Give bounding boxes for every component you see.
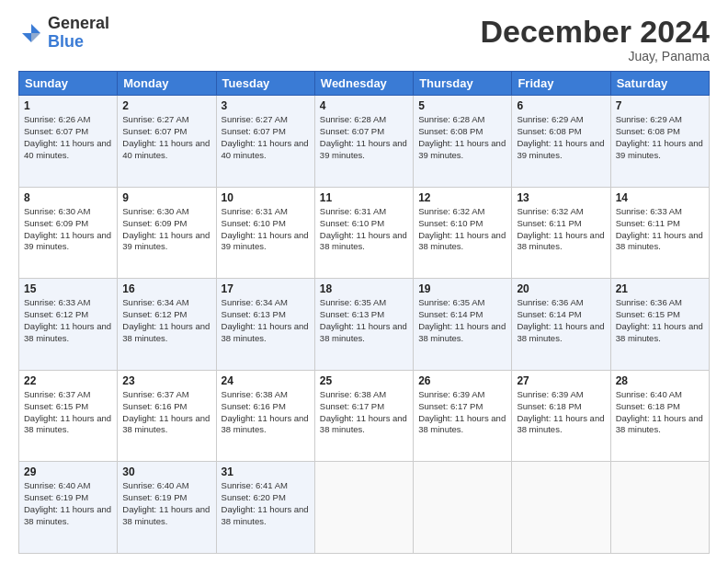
day-info: Sunrise: 6:29 AMSunset: 6:08 PMDaylight:…: [517, 114, 604, 159]
day-number: 23: [122, 374, 210, 387]
day-info: Sunrise: 6:27 AMSunset: 6:07 PMDaylight:…: [122, 114, 210, 159]
day-info: Sunrise: 6:32 AMSunset: 6:10 PMDaylight:…: [418, 206, 506, 251]
day-number: 30: [122, 465, 210, 478]
day-number: 26: [418, 374, 506, 387]
calendar-day-cell: 5Sunrise: 6:28 AMSunset: 6:08 PMDaylight…: [414, 96, 512, 188]
calendar-day-cell: 4Sunrise: 6:28 AMSunset: 6:07 PMDaylight…: [314, 96, 413, 188]
calendar-day-cell: 23Sunrise: 6:37 AMSunset: 6:16 PMDayligh…: [118, 370, 216, 462]
svg-marker-2: [31, 33, 40, 42]
day-number: 22: [24, 374, 112, 387]
day-number: 28: [616, 374, 704, 387]
svg-marker-0: [31, 24, 40, 33]
logo-icon: [18, 20, 44, 46]
day-info: Sunrise: 6:36 AMSunset: 6:15 PMDaylight:…: [616, 297, 703, 342]
calendar-day-cell: 10Sunrise: 6:31 AMSunset: 6:10 PMDayligh…: [216, 187, 314, 279]
day-number: 17: [222, 282, 310, 295]
day-number: 31: [222, 465, 310, 478]
day-number: 14: [616, 191, 704, 204]
day-number: 27: [517, 374, 605, 387]
calendar-week-row: 29Sunrise: 6:40 AMSunset: 6:19 PMDayligh…: [19, 462, 710, 554]
calendar-day-cell: 9Sunrise: 6:30 AMSunset: 6:09 PMDaylight…: [118, 187, 216, 279]
calendar-day-cell: [414, 462, 512, 554]
calendar-day-cell: 13Sunrise: 6:32 AMSunset: 6:11 PMDayligh…: [512, 187, 610, 279]
weekday-header-cell: Sunday: [19, 72, 118, 96]
calendar-table: SundayMondayTuesdayWednesdayThursdayFrid…: [18, 71, 710, 554]
day-info: Sunrise: 6:40 AMSunset: 6:19 PMDaylight:…: [24, 480, 111, 525]
day-info: Sunrise: 6:30 AMSunset: 6:09 PMDaylight:…: [122, 206, 210, 251]
day-info: Sunrise: 6:28 AMSunset: 6:08 PMDaylight:…: [418, 114, 506, 159]
logo-blue: Blue: [48, 33, 109, 52]
calendar-day-cell: 26Sunrise: 6:39 AMSunset: 6:17 PMDayligh…: [414, 370, 512, 462]
svg-marker-1: [22, 33, 31, 42]
day-info: Sunrise: 6:37 AMSunset: 6:16 PMDaylight:…: [122, 389, 210, 434]
calendar-day-cell: 31Sunrise: 6:41 AMSunset: 6:20 PMDayligh…: [216, 462, 314, 554]
day-info: Sunrise: 6:28 AMSunset: 6:07 PMDaylight:…: [320, 114, 407, 159]
weekday-header-row: SundayMondayTuesdayWednesdayThursdayFrid…: [19, 72, 710, 96]
calendar-day-cell: 12Sunrise: 6:32 AMSunset: 6:10 PMDayligh…: [414, 187, 512, 279]
day-info: Sunrise: 6:40 AMSunset: 6:19 PMDaylight:…: [122, 480, 210, 525]
calendar-day-cell: 11Sunrise: 6:31 AMSunset: 6:10 PMDayligh…: [314, 187, 413, 279]
calendar-day-cell: 19Sunrise: 6:35 AMSunset: 6:14 PMDayligh…: [414, 279, 512, 371]
calendar-day-cell: 14Sunrise: 6:33 AMSunset: 6:11 PMDayligh…: [610, 187, 709, 279]
day-info: Sunrise: 6:35 AMSunset: 6:13 PMDaylight:…: [320, 297, 407, 342]
day-number: 25: [320, 374, 408, 387]
day-info: Sunrise: 6:31 AMSunset: 6:10 PMDaylight:…: [222, 206, 309, 251]
day-number: 19: [418, 282, 506, 295]
day-number: 12: [418, 191, 506, 204]
day-info: Sunrise: 6:38 AMSunset: 6:16 PMDaylight:…: [222, 389, 309, 434]
calendar-week-row: 15Sunrise: 6:33 AMSunset: 6:12 PMDayligh…: [19, 279, 710, 371]
day-number: 7: [616, 99, 704, 112]
day-info: Sunrise: 6:29 AMSunset: 6:08 PMDaylight:…: [616, 114, 703, 159]
calendar-day-cell: 28Sunrise: 6:40 AMSunset: 6:18 PMDayligh…: [610, 370, 709, 462]
calendar-day-cell: 18Sunrise: 6:35 AMSunset: 6:13 PMDayligh…: [314, 279, 413, 371]
calendar-week-row: 1Sunrise: 6:26 AMSunset: 6:07 PMDaylight…: [19, 96, 710, 188]
day-number: 13: [517, 191, 605, 204]
header: General Blue December 2024 Juay, Panama: [18, 15, 710, 63]
calendar-week-row: 22Sunrise: 6:37 AMSunset: 6:15 PMDayligh…: [19, 370, 710, 462]
weekday-header-cell: Tuesday: [216, 72, 314, 96]
day-info: Sunrise: 6:39 AMSunset: 6:17 PMDaylight:…: [418, 389, 506, 434]
calendar-week-row: 8Sunrise: 6:30 AMSunset: 6:09 PMDaylight…: [19, 187, 710, 279]
calendar-day-cell: 15Sunrise: 6:33 AMSunset: 6:12 PMDayligh…: [19, 279, 118, 371]
location: Juay, Panama: [480, 49, 710, 63]
day-info: Sunrise: 6:35 AMSunset: 6:14 PMDaylight:…: [418, 297, 506, 342]
day-number: 9: [122, 191, 210, 204]
day-info: Sunrise: 6:39 AMSunset: 6:18 PMDaylight:…: [517, 389, 604, 434]
day-info: Sunrise: 6:38 AMSunset: 6:17 PMDaylight:…: [320, 389, 407, 434]
calendar-day-cell: 7Sunrise: 6:29 AMSunset: 6:08 PMDaylight…: [610, 96, 709, 188]
calendar-day-cell: 17Sunrise: 6:34 AMSunset: 6:13 PMDayligh…: [216, 279, 314, 371]
day-number: 5: [418, 99, 506, 112]
calendar-day-cell: 21Sunrise: 6:36 AMSunset: 6:15 PMDayligh…: [610, 279, 709, 371]
calendar-day-cell: 8Sunrise: 6:30 AMSunset: 6:09 PMDaylight…: [19, 187, 118, 279]
day-info: Sunrise: 6:34 AMSunset: 6:12 PMDaylight:…: [122, 297, 210, 342]
day-number: 10: [222, 191, 310, 204]
calendar-day-cell: 29Sunrise: 6:40 AMSunset: 6:19 PMDayligh…: [19, 462, 118, 554]
calendar-body: 1Sunrise: 6:26 AMSunset: 6:07 PMDaylight…: [19, 96, 710, 554]
day-number: 21: [616, 282, 704, 295]
logo-text: General Blue: [48, 15, 109, 52]
day-info: Sunrise: 6:27 AMSunset: 6:07 PMDaylight:…: [222, 114, 309, 159]
day-info: Sunrise: 6:26 AMSunset: 6:07 PMDaylight:…: [24, 114, 111, 159]
day-number: 20: [517, 282, 605, 295]
day-number: 15: [24, 282, 112, 295]
day-number: 24: [222, 374, 310, 387]
calendar-day-cell: [314, 462, 413, 554]
month-title: December 2024: [480, 15, 710, 49]
day-info: Sunrise: 6:41 AMSunset: 6:20 PMDaylight:…: [222, 480, 309, 525]
calendar-day-cell: [610, 462, 709, 554]
page: General Blue December 2024 Juay, Panama …: [0, 0, 728, 563]
calendar-day-cell: [512, 462, 610, 554]
day-number: 2: [122, 99, 210, 112]
logo-general: General: [48, 15, 109, 33]
day-info: Sunrise: 6:32 AMSunset: 6:11 PMDaylight:…: [517, 206, 604, 251]
calendar-day-cell: 27Sunrise: 6:39 AMSunset: 6:18 PMDayligh…: [512, 370, 610, 462]
weekday-header-cell: Friday: [512, 72, 610, 96]
day-info: Sunrise: 6:40 AMSunset: 6:18 PMDaylight:…: [616, 389, 703, 434]
calendar-day-cell: 3Sunrise: 6:27 AMSunset: 6:07 PMDaylight…: [216, 96, 314, 188]
day-info: Sunrise: 6:30 AMSunset: 6:09 PMDaylight:…: [24, 206, 111, 251]
day-number: 16: [122, 282, 210, 295]
calendar-day-cell: 16Sunrise: 6:34 AMSunset: 6:12 PMDayligh…: [118, 279, 216, 371]
calendar-day-cell: 20Sunrise: 6:36 AMSunset: 6:14 PMDayligh…: [512, 279, 610, 371]
calendar-day-cell: 30Sunrise: 6:40 AMSunset: 6:19 PMDayligh…: [118, 462, 216, 554]
calendar-day-cell: 1Sunrise: 6:26 AMSunset: 6:07 PMDaylight…: [19, 96, 118, 188]
